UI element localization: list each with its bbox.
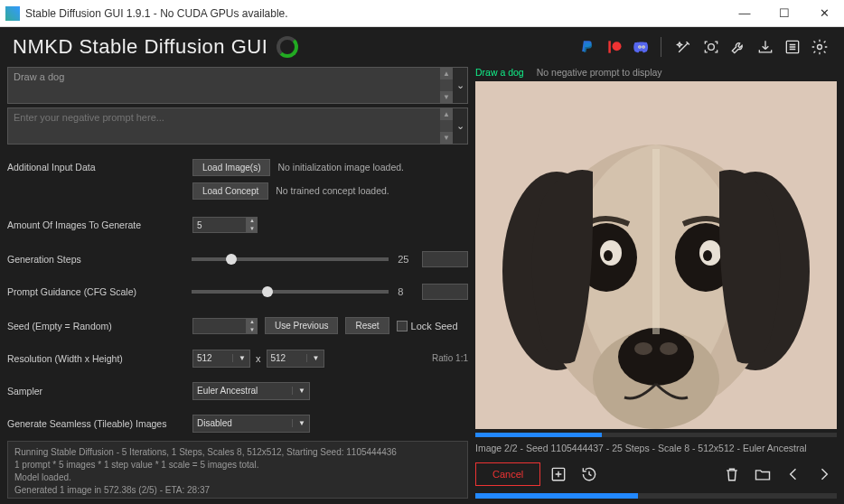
load-concept-button[interactable]: Load Concept (192, 182, 268, 200)
open-folder-button[interactable] (750, 462, 775, 487)
image-meta: Image 2/2 - Seed 1105444437 - 25 Steps -… (475, 441, 837, 455)
patreon-icon[interactable] (603, 35, 626, 59)
log-panel: Running Stable Diffusion - 5 Iterations,… (7, 441, 468, 499)
paypal-icon[interactable] (576, 35, 599, 59)
spinner-icon (277, 36, 298, 58)
ratio-label: Ratio 1:1 (432, 353, 468, 363)
steps-value: 25 (398, 254, 422, 265)
app-icon (5, 6, 20, 21)
seamless-label: Generate Seamless (Tileable) Images (7, 418, 192, 429)
steps-slider[interactable] (192, 257, 389, 261)
log-line: Model loaded. (14, 471, 461, 484)
list-icon[interactable] (781, 35, 804, 59)
res-label: Resolution (Width x Height) (7, 353, 192, 364)
prompt-box: Draw a dog ▲▼ ⌄ (7, 67, 468, 104)
svg-point-4 (708, 44, 715, 51)
sampler-select[interactable]: Euler Ancestral▼ (192, 382, 310, 400)
add-to-queue-button[interactable] (546, 462, 571, 487)
brand-title: NMKD Stable Diffusion GUI (13, 35, 267, 59)
height-select[interactable]: 512▼ (267, 350, 324, 368)
negative-prompt-expand[interactable]: ⌄ (453, 108, 467, 144)
svg-point-2 (639, 46, 641, 48)
prev-image-button[interactable] (781, 462, 806, 487)
scroll-down[interactable]: ▼ (440, 91, 453, 103)
seamless-select[interactable]: Disabled▼ (192, 415, 310, 433)
prompt-input[interactable]: Draw a dog (8, 68, 440, 103)
next-image-button[interactable] (811, 462, 837, 487)
lock-seed-checkbox[interactable] (397, 321, 408, 331)
negative-prompt-input[interactable] (8, 108, 440, 144)
scroll-down[interactable]: ▼ (440, 132, 453, 144)
log-line: 1 prompt * 5 images * 1 step value * 1 s… (14, 459, 461, 471)
batch-progress (475, 493, 837, 499)
discord-icon[interactable] (630, 35, 653, 59)
seed-up[interactable]: ▲ (247, 318, 258, 326)
concept-hint: No trained concept loaded. (276, 185, 389, 196)
svg-point-19 (604, 250, 613, 261)
steps-valbox[interactable] (422, 251, 468, 267)
svg-point-3 (642, 46, 644, 48)
log-line: Generated 1 image in 572.38s (2/5) - ETA… (14, 484, 461, 497)
reset-button[interactable]: Reset (345, 317, 389, 334)
amount-input[interactable] (192, 217, 247, 233)
seed-down[interactable]: ▼ (247, 326, 258, 334)
sampler-label: Sampler (7, 386, 192, 397)
window-title: Stable Diffusion GUI 1.9.1 - No CUDA GPU… (25, 7, 725, 20)
amount-label: Amount Of Images To Generate (7, 219, 192, 230)
lock-seed-label: Lock Seed (411, 321, 458, 331)
cfg-value: 8 (398, 286, 422, 297)
minimize-button[interactable]: — (725, 0, 764, 27)
seed-label: Seed (Empty = Random) (7, 321, 192, 331)
prompt-expand[interactable]: ⌄ (453, 68, 467, 103)
additional-label: Additional Input Data (7, 162, 192, 173)
svg-point-1 (613, 42, 622, 51)
amount-up[interactable]: ▲ (247, 217, 258, 225)
res-x: x (256, 353, 261, 364)
history-button[interactable] (577, 462, 602, 487)
use-previous-button[interactable]: Use Previous (265, 317, 338, 334)
tools-icon[interactable] (727, 35, 750, 59)
preview-pane (475, 81, 837, 429)
cfg-slider[interactable] (192, 290, 389, 294)
maximize-button[interactable]: ☐ (764, 0, 804, 27)
cancel-button[interactable]: Cancel (475, 462, 540, 486)
face-detect-icon[interactable] (699, 35, 723, 59)
preview-image[interactable] (475, 81, 837, 429)
init-hint: No initialization image loaded. (277, 162, 404, 173)
titlebar: Stable Diffusion GUI 1.9.1 - No CUDA GPU… (0, 0, 844, 27)
preview-negative: No negative prompt to display (537, 67, 662, 78)
app-header: NMKD Stable Diffusion GUI (0, 27, 844, 67)
steps-label: Generation Steps (7, 254, 183, 265)
settings-icon[interactable] (808, 35, 831, 59)
close-button[interactable]: ✕ (804, 0, 844, 27)
cfg-label: Prompt Guidance (CFG Scale) (7, 286, 183, 297)
width-select[interactable]: 512▼ (192, 350, 250, 368)
load-images-button[interactable]: Load Image(s) (192, 159, 270, 176)
delete-button[interactable] (719, 462, 745, 487)
svg-point-12 (618, 328, 694, 386)
scroll-up[interactable]: ▲ (440, 68, 453, 79)
preview-prompt: Draw a dog (475, 67, 524, 78)
svg-rect-0 (608, 41, 611, 52)
svg-point-20 (703, 250, 712, 261)
dog-image (475, 81, 837, 429)
negative-prompt-box: ▲▼ ⌄ (7, 107, 468, 145)
step-progress (475, 433, 837, 437)
svg-point-13 (634, 342, 652, 355)
svg-point-14 (660, 342, 678, 355)
svg-point-6 (818, 45, 822, 50)
scroll-up[interactable]: ▲ (440, 108, 453, 120)
download-icon[interactable] (754, 35, 777, 59)
amount-down[interactable]: ▼ (247, 225, 258, 233)
log-line: Running Stable Diffusion - 5 Iterations,… (14, 446, 461, 459)
seed-input[interactable] (192, 318, 247, 334)
cfg-valbox[interactable] (422, 284, 468, 300)
wand-icon[interactable] (672, 35, 696, 59)
